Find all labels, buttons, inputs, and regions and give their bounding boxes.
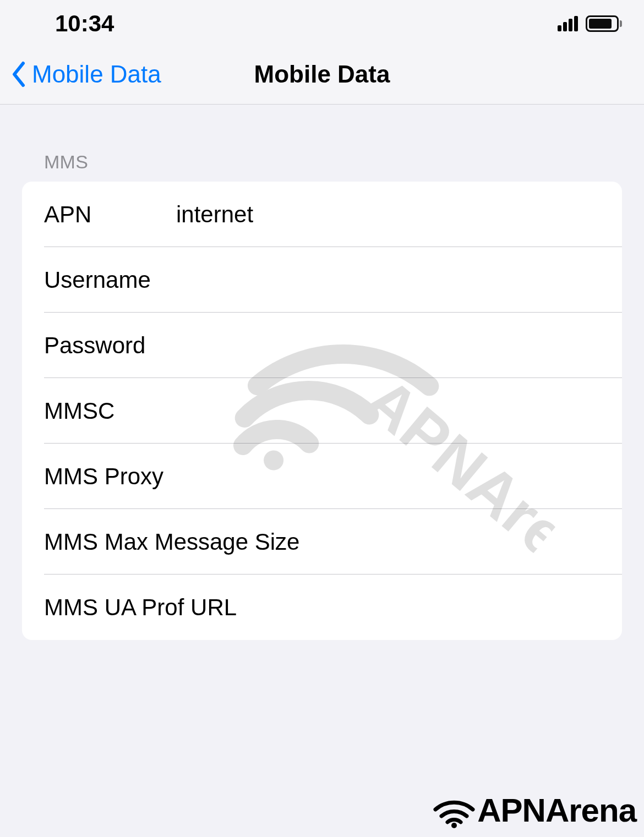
back-label: Mobile Data (32, 61, 161, 88)
page-title: Mobile Data (254, 61, 390, 88)
status-bar: 10:34 (0, 0, 644, 44)
battery-icon (586, 15, 622, 32)
mmsc-input[interactable] (176, 398, 600, 424)
mms-proxy-label: MMS Proxy (44, 463, 176, 490)
wifi-icon (432, 792, 476, 828)
username-row[interactable]: Username (22, 247, 622, 313)
mms-settings-group: APN Username Password MMSC MMS Proxy MMS… (22, 182, 622, 640)
cellular-signal-icon (558, 16, 578, 31)
mms-max-size-input[interactable] (299, 529, 600, 555)
chevron-left-icon (11, 61, 26, 87)
mms-ua-prof-label: MMS UA Prof URL (44, 594, 237, 621)
svg-point-2 (451, 823, 457, 828)
navigation-header: Mobile Data Mobile Data (0, 44, 644, 105)
mms-proxy-input[interactable] (176, 463, 600, 490)
password-label: Password (44, 332, 176, 359)
apn-label: APN (44, 201, 176, 228)
brand-name: APNArena (477, 791, 636, 829)
status-indicators (558, 15, 622, 32)
mms-max-size-label: MMS Max Message Size (44, 529, 299, 555)
brand-footer: APNArena (432, 791, 636, 829)
back-button[interactable]: Mobile Data (0, 61, 161, 88)
content-area: MMS APN Username Password MMSC MMS Proxy… (0, 151, 644, 640)
apn-input[interactable] (176, 201, 600, 228)
username-label: Username (44, 267, 176, 293)
mms-ua-prof-input[interactable] (237, 594, 600, 621)
mms-max-size-row[interactable]: MMS Max Message Size (22, 509, 622, 575)
username-input[interactable] (176, 267, 600, 293)
apn-row[interactable]: APN (22, 182, 622, 247)
mmsc-label: MMSC (44, 398, 176, 424)
mms-ua-prof-row[interactable]: MMS UA Prof URL (22, 575, 622, 640)
section-header-mms: MMS (22, 151, 622, 173)
mms-proxy-row[interactable]: MMS Proxy (22, 444, 622, 509)
status-time: 10:34 (55, 10, 114, 37)
mmsc-row[interactable]: MMSC (22, 378, 622, 444)
password-row[interactable]: Password (22, 313, 622, 378)
password-input[interactable] (176, 332, 600, 359)
